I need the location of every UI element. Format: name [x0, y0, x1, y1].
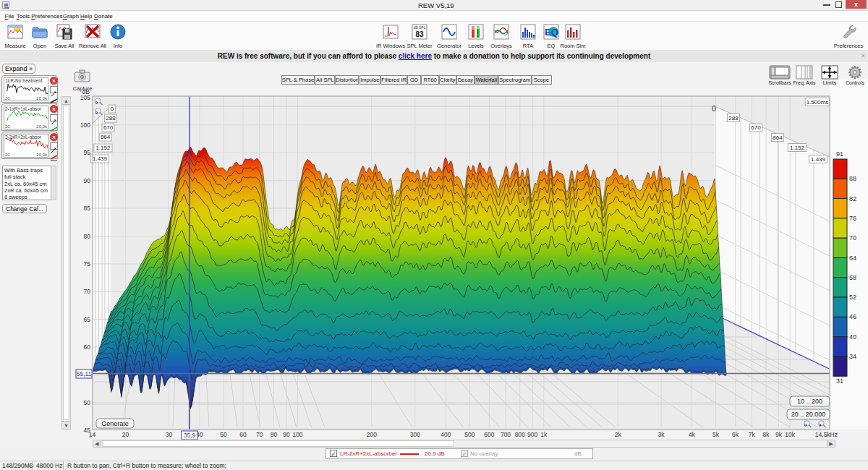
svg-text:700: 700 [501, 431, 511, 438]
svg-text:70: 70 [849, 234, 856, 242]
svg-text:dB SPL: dB SPL [414, 25, 426, 30]
svg-text:20: 20 [122, 431, 129, 438]
svg-text:0: 0 [111, 106, 114, 112]
svg-text:60: 60 [239, 431, 247, 438]
svg-text:60: 60 [84, 343, 91, 351]
svg-text:83: 83 [415, 30, 424, 38]
svg-text:1.500ms: 1.500ms [807, 99, 829, 106]
svg-text:90: 90 [283, 431, 290, 438]
svg-text:1.152: 1.152 [790, 145, 805, 151]
svg-text:4k: 4k [689, 431, 696, 438]
svg-text:7k: 7k [749, 431, 756, 438]
svg-text:14: 14 [89, 431, 96, 438]
svg-text:Generate: Generate [101, 420, 129, 427]
svg-text:1.439: 1.439 [93, 155, 108, 162]
svg-text:670: 670 [751, 124, 761, 131]
svg-text:50: 50 [84, 399, 91, 406]
svg-text:40: 40 [849, 333, 856, 341]
svg-text:500: 500 [464, 431, 475, 438]
svg-text:1.152: 1.152 [95, 145, 111, 151]
svg-text:30: 30 [166, 431, 173, 438]
svg-text:300: 300 [410, 431, 420, 438]
svg-text:50: 50 [220, 431, 227, 438]
svg-text:864: 864 [101, 134, 111, 140]
svg-text:90: 90 [84, 177, 91, 184]
svg-text:58: 58 [849, 274, 856, 281]
svg-text:70: 70 [256, 431, 263, 438]
svg-text:400: 400 [441, 431, 451, 438]
svg-text:8k: 8k [763, 431, 770, 438]
svg-text:88: 88 [849, 175, 856, 182]
svg-text:76: 76 [849, 215, 856, 222]
svg-text:10k: 10k [785, 431, 795, 438]
svg-text:288: 288 [728, 115, 739, 121]
svg-text:10 .. 200: 10 .. 200 [797, 398, 822, 405]
svg-text:100: 100 [80, 121, 90, 129]
svg-text:670: 670 [103, 124, 114, 131]
svg-text:20 .. 20.000: 20 .. 20.000 [791, 411, 826, 418]
svg-text:5k: 5k [712, 431, 720, 438]
svg-text:34: 34 [849, 353, 856, 360]
svg-text:800: 800 [515, 431, 525, 438]
svg-text:3k: 3k [658, 431, 665, 438]
svg-text:80: 80 [84, 233, 91, 240]
svg-text:82: 82 [849, 195, 856, 202]
svg-text:95: 95 [84, 149, 91, 156]
svg-text:64: 64 [849, 255, 856, 262]
svg-text:600: 600 [484, 431, 494, 438]
svg-text:1.439: 1.439 [811, 156, 826, 163]
svg-text:100: 100 [292, 431, 302, 438]
svg-text:2k: 2k [615, 431, 622, 438]
svg-text:200: 200 [367, 431, 377, 438]
svg-text:0: 0 [712, 105, 716, 113]
svg-text:80: 80 [271, 431, 278, 438]
svg-text:864: 864 [773, 134, 783, 141]
svg-text:900: 900 [527, 431, 537, 438]
svg-text:65: 65 [84, 316, 91, 323]
svg-text:85: 85 [84, 205, 91, 212]
svg-text:1k: 1k [540, 431, 548, 438]
svg-text:6k: 6k [732, 431, 739, 438]
svg-text:46: 46 [849, 313, 856, 320]
svg-text:14,5kHz: 14,5kHz [815, 431, 838, 438]
svg-text:75: 75 [84, 260, 91, 268]
svg-text:288: 288 [106, 115, 116, 121]
svg-text:31: 31 [836, 377, 843, 385]
svg-text:35,9: 35,9 [184, 432, 196, 439]
svg-text:9k: 9k [775, 431, 783, 438]
svg-text:70: 70 [84, 288, 91, 295]
svg-text:91: 91 [836, 150, 843, 158]
svg-text:52: 52 [849, 294, 856, 301]
svg-text:55,11: 55,11 [77, 370, 92, 377]
